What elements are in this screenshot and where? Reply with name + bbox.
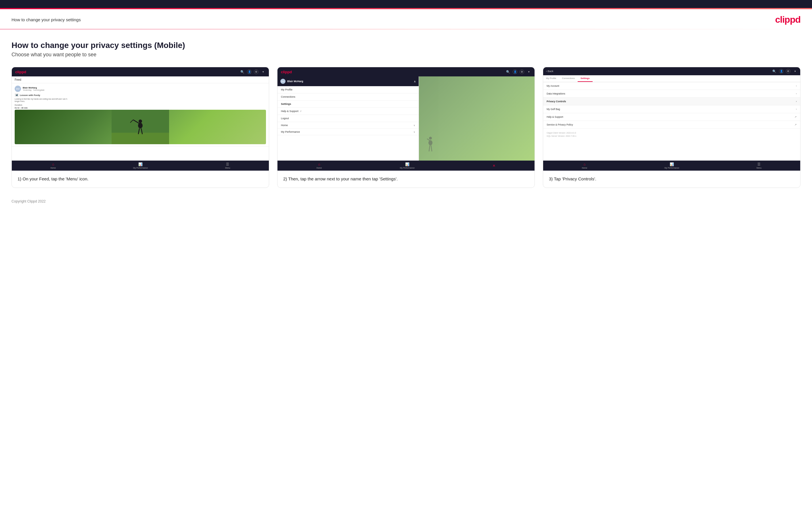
dropdown-icon-3[interactable]: ▾ xyxy=(793,69,797,73)
copyright: Copyright Clippd 2022 xyxy=(11,200,46,204)
privacy-controls-label: Privacy Controls xyxy=(547,100,566,103)
step-1-phone-icons: 🔍 👤 ⚙ ▾ xyxy=(240,69,265,74)
post-user-sub: Yesterday · Sunningdale xyxy=(23,89,45,91)
svg-point-8 xyxy=(429,137,432,139)
dropdown-menu: BM Blair McHarg ∧ My Profile Connections… xyxy=(277,76,419,161)
settings-tabs: My Profile Connections Settings xyxy=(543,75,800,82)
settings-icon[interactable]: ⚙ xyxy=(254,69,258,74)
home-label-2: Home xyxy=(316,167,322,169)
menu-connections[interactable]: Connections xyxy=(277,93,419,101)
search-icon[interactable]: 🔍 xyxy=(240,69,245,74)
avatar: BM xyxy=(15,86,21,92)
dropdown-arrow-icon[interactable]: ∧ xyxy=(414,80,416,83)
step-2-phone-logo: clippd xyxy=(281,70,292,74)
step-3-bottom-nav: ⌂ Home 📊 My Performance ☰ Menu xyxy=(543,161,800,171)
tab-connections[interactable]: Connections xyxy=(559,75,578,82)
post-header: BM Blair McHarg Yesterday · Sunningdale xyxy=(15,86,266,92)
step-2-content: BM Blair McHarg ∧ My Profile Connections… xyxy=(277,76,535,161)
footer: Copyright Clippd 2022 xyxy=(0,193,812,212)
tab-my-profile[interactable]: My Profile xyxy=(543,75,559,82)
settings-icon-3[interactable]: ⚙ xyxy=(786,69,791,73)
profile-icon-2[interactable]: 👤 xyxy=(513,69,517,74)
privacy-controls-chevron: › xyxy=(796,100,797,103)
step-3-screen: ‹ Back 🔍 👤 ⚙ ▾ My Profile Connections xyxy=(543,67,800,161)
bottom-nav-performance-2[interactable]: 📊 My Performance xyxy=(400,162,415,169)
post-title-text: Lesson with Fordy xyxy=(20,94,40,97)
step-1-nav: clippd 🔍 👤 ⚙ ▾ xyxy=(12,67,269,76)
bottom-nav-home[interactable]: ⌂ Home xyxy=(50,162,56,169)
settings-help-support[interactable]: Help & Support ↗ xyxy=(543,113,800,121)
menu-help-support[interactable]: Help & Support ↗ xyxy=(277,108,419,115)
post-duration-value: 01 hr : 30 min xyxy=(15,107,266,109)
dropdown-username: Blair McHarg xyxy=(287,80,303,83)
search-icon-2[interactable]: 🔍 xyxy=(506,69,510,74)
settings-data-integrations[interactable]: Data Integrations › xyxy=(543,90,800,98)
my-account-label: My Account xyxy=(547,84,559,87)
back-button[interactable]: ‹ Back xyxy=(546,70,554,73)
close-icon-2: ✕ xyxy=(493,164,496,168)
step-3-phone: ‹ Back 🔍 👤 ⚙ ▾ My Profile Connections xyxy=(543,67,800,171)
dropdown-icon[interactable]: ▾ xyxy=(261,69,265,74)
bottom-nav-menu[interactable]: ☰ Menu xyxy=(225,162,230,169)
data-integrations-chevron: › xyxy=(796,92,797,95)
bottom-nav-close-2[interactable]: ✕ xyxy=(493,164,496,168)
dropdown-header: BM Blair McHarg ∧ xyxy=(277,76,419,86)
menu-section-home[interactable]: Home ∨ xyxy=(277,122,419,129)
menu-icon-3: ☰ xyxy=(757,162,761,166)
menu-label-3: Menu xyxy=(757,167,762,169)
post-user-info: Blair McHarg Yesterday · Sunningdale xyxy=(23,87,45,91)
search-icon-3[interactable]: 🔍 xyxy=(772,69,777,73)
step-1-phone-logo: clippd xyxy=(15,70,26,74)
bottom-nav-menu-3[interactable]: ☰ Menu xyxy=(757,162,762,169)
performance-label: My Performance xyxy=(133,167,148,169)
settings-list: My Account › Data Integrations › Privacy… xyxy=(543,82,800,161)
performance-icon-3: 📊 xyxy=(670,162,674,166)
step-1-card: clippd 🔍 👤 ⚙ ▾ Feed BM xyxy=(11,67,269,188)
background-overlay xyxy=(419,76,535,161)
steps-row: clippd 🔍 👤 ⚙ ▾ Feed BM xyxy=(11,67,801,188)
bottom-nav-home-3[interactable]: ⌂ Home xyxy=(582,162,587,169)
post-user-name: Blair McHarg xyxy=(23,87,45,89)
svg-point-3 xyxy=(139,119,142,123)
home-icon-3: ⌂ xyxy=(583,162,586,166)
home-icon: ⌂ xyxy=(52,162,54,166)
svg-rect-1 xyxy=(111,133,169,144)
settings-service-privacy[interactable]: Service & Privacy Policy ↗ xyxy=(543,121,800,129)
step-1-description: 1) On your Feed, tap the 'Menu' icon. xyxy=(12,171,269,187)
settings-my-account[interactable]: My Account › xyxy=(543,82,800,90)
help-support-label: Help & Support xyxy=(547,115,563,118)
step-3-phone-icons: 🔍 👤 ⚙ ▾ xyxy=(772,69,797,73)
service-privacy-ext: ↗ xyxy=(795,123,797,126)
bottom-nav-performance-3[interactable]: 📊 My Performance xyxy=(664,162,679,169)
menu-logout[interactable]: Logout xyxy=(277,115,419,122)
performance-icon: 📊 xyxy=(138,162,143,166)
menu-settings[interactable]: Settings xyxy=(277,101,419,108)
page-heading: How to change your privacy settings (Mob… xyxy=(11,41,801,50)
bottom-nav-home-2[interactable]: ⌂ Home xyxy=(316,162,322,169)
step-1-bottom-nav: ⌂ Home 📊 My Performance ☰ Menu xyxy=(12,161,269,171)
golf-bag-label: My Golf Bag xyxy=(547,108,560,111)
step-3-card: ‹ Back 🔍 👤 ⚙ ▾ My Profile Connections xyxy=(543,67,801,188)
header-title: How to change your privacy settings xyxy=(11,17,81,22)
settings-golf-bag[interactable]: My Golf Bag › xyxy=(543,105,800,113)
performance-section-label: My Performance xyxy=(281,130,300,133)
golf-image xyxy=(15,110,266,144)
step-2-bottom-nav: ⌂ Home 📊 My Performance ✕ xyxy=(277,161,535,171)
bottom-nav-performance[interactable]: 📊 My Performance xyxy=(133,162,148,169)
dropdown-avatar: BM xyxy=(281,79,286,84)
menu-section-performance[interactable]: My Performance ∨ xyxy=(277,129,419,135)
main-content: How to change your privacy settings (Mob… xyxy=(0,29,812,193)
golf-bag-chevron: › xyxy=(796,108,797,111)
settings-privacy-controls[interactable]: Privacy Controls › xyxy=(543,98,800,105)
profile-icon[interactable]: 👤 xyxy=(247,69,252,74)
tab-settings[interactable]: Settings xyxy=(578,75,593,82)
step-2-card: clippd 🔍 👤 ⚙ ▾ xyxy=(277,67,535,188)
header: How to change your privacy settings clip… xyxy=(0,9,812,29)
settings-icon-2[interactable]: ⚙ xyxy=(519,69,524,74)
dropdown-icon-2[interactable]: ▾ xyxy=(526,69,531,74)
post-type-icon: 📹 xyxy=(15,93,19,97)
help-support-ext: ↗ xyxy=(795,115,797,118)
menu-my-profile[interactable]: My Profile xyxy=(277,86,419,93)
profile-icon-3[interactable]: 👤 xyxy=(779,69,783,73)
home-chevron-icon: ∨ xyxy=(413,124,415,127)
